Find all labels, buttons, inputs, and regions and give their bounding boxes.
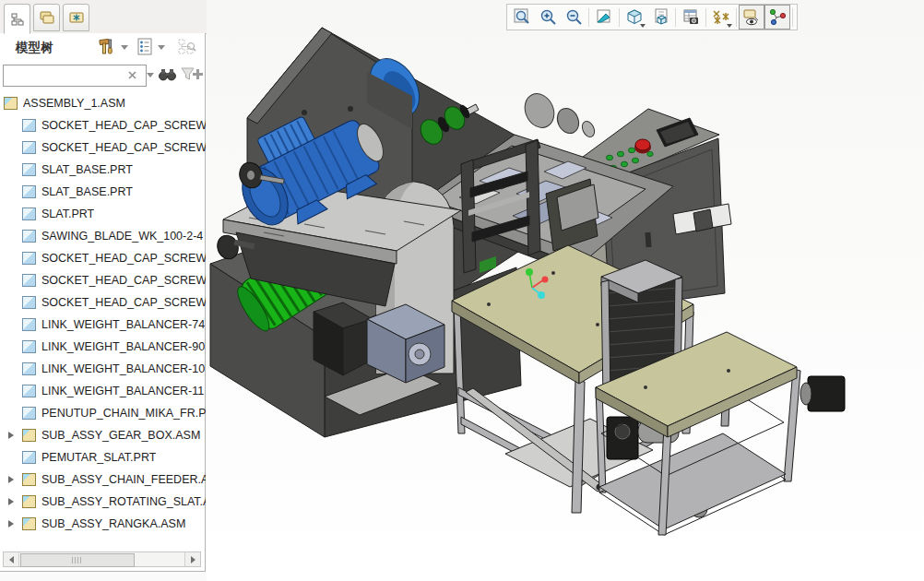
tree-item[interactable]: PEMUTAR_SLAT.PRT: [0, 446, 206, 468]
tree-item-label: LINK_WEIGHT_BALANCER-11: [41, 385, 204, 397]
tree-item[interactable]: SUB_ASSY_CHAIN_FEEDER.AS: [0, 468, 206, 491]
repaint-button[interactable]: [591, 5, 617, 30]
refit-icon: [514, 8, 531, 26]
tree-item[interactable]: LINK_WEIGHT_BALANCER-11: [0, 380, 206, 402]
assembly-icon: [22, 429, 36, 442]
page-cube-icon: [652, 8, 669, 26]
tree-item-label: PENUTUP_CHAIN_MIKA_FR.PR: [41, 407, 206, 420]
refit-button[interactable]: [509, 5, 535, 30]
tree-item-label: SOCKET_HEAD_CAP_SCREW_I: [41, 296, 206, 309]
expand-arrow[interactable]: [0, 476, 22, 483]
tree-columns-button[interactable]: [177, 37, 197, 57]
tree-item-label: SUB_ASSY_CHAIN_FEEDER.AS: [41, 473, 206, 486]
tree-item[interactable]: SOCKET_HEAD_CAP_SCREW_I: [0, 247, 206, 269]
tree-item[interactable]: LINK_WEIGHT_BALANCER-10: [0, 358, 206, 380]
assembly-icon: [22, 495, 36, 508]
part-icon: [22, 274, 36, 287]
tree-item-label: SOCKET_HEAD_CAP_SCREW_I: [41, 141, 206, 154]
assembly-icon: [4, 97, 18, 110]
tree-item-label: SOCKET_HEAD_CAP_SCREW_I: [41, 119, 206, 132]
tree-item[interactable]: SUB_ASSY_ROTATING_SLAT.A: [0, 491, 206, 513]
tree-item[interactable]: SLAT_BASE.PRT: [0, 181, 206, 203]
x-icon: [127, 70, 137, 80]
annotation-display-button[interactable]: [739, 5, 764, 30]
tree-item-label: SOCKET_HEAD_CAP_SCREW_I: [41, 252, 206, 265]
tree-item-label: SUB_ASSY_RANGKA.ASM: [41, 517, 185, 530]
expand-arrow[interactable]: [0, 432, 22, 439]
model-tree-panel: 模型树: [0, 33, 206, 572]
folder-browser-tab[interactable]: [33, 4, 60, 31]
tree-item[interactable]: ASSEMBLY_1.ASM: [0, 92, 206, 114]
tree-item[interactable]: SAWING_BLADE_WK_100-2-4: [0, 225, 206, 247]
tree-item-label: SLAT_BASE.PRT: [41, 163, 133, 176]
part-icon: [22, 252, 36, 265]
tree-item[interactable]: SLAT.PRT: [0, 203, 206, 225]
find-button[interactable]: [157, 64, 177, 84]
tree-item[interactable]: SOCKET_HEAD_CAP_SCREW_I: [0, 136, 206, 159]
part-icon: [22, 362, 36, 375]
datum-display-filters-button[interactable]: [708, 5, 734, 30]
part-icon: [22, 185, 36, 198]
part-icon: [22, 407, 36, 420]
zoom-out-icon: [565, 8, 583, 26]
tree-filters-button[interactable]: [135, 37, 155, 57]
part-icon: [22, 208, 36, 220]
folder-star-icon: [68, 10, 85, 25]
tree-item[interactable]: LINK_WEIGHT_BALANCER-90: [0, 336, 206, 358]
scroll-left-button[interactable]: [4, 552, 19, 566]
tree-item-label: LINK_WEIGHT_BALANCER-90: [41, 340, 205, 353]
zoom-out-button[interactable]: [561, 5, 586, 30]
part-icon: [22, 141, 36, 154]
model-tree-tab[interactable]: [4, 4, 30, 34]
tree-item[interactable]: SLAT_BASE.PRT: [0, 159, 206, 181]
scroll-thumb[interactable]: [20, 553, 135, 567]
tree-item-label: SOCKET_HEAD_CAP_SCREW_I: [41, 274, 206, 287]
saved-orientations-button[interactable]: [647, 5, 673, 30]
tree-item-label: PEMUTAR_SLAT.PRT: [41, 451, 156, 464]
machine-3d-view[interactable]: [207, 0, 924, 581]
tree-settings-button[interactable]: [96, 37, 116, 57]
view-manager-button[interactable]: [678, 5, 704, 30]
tree-item[interactable]: SUB_ASSY_GEAR_BOX.ASM: [0, 424, 206, 446]
folders-icon: [39, 10, 55, 25]
tree-item[interactable]: SOCKET_HEAD_CAP_SCREW_I: [0, 114, 206, 136]
hammer-screwdriver-icon: [97, 38, 115, 56]
scroll-right-button[interactable]: [184, 552, 200, 566]
spin-center-icon: [768, 8, 787, 26]
tree-item[interactable]: LINK_WEIGHT_BALANCER-74: [0, 314, 206, 336]
search-clear-button[interactable]: [125, 65, 138, 85]
zoom-in-button[interactable]: [535, 5, 561, 30]
favorites-tab[interactable]: [63, 4, 89, 31]
assembly-icon: [22, 517, 36, 530]
display-style-button[interactable]: [622, 5, 647, 30]
tree-item-label: LINK_WEIGHT_BALANCER-74: [41, 318, 205, 331]
search-dropdown[interactable]: [144, 65, 157, 85]
assembly-icon: [22, 473, 36, 486]
estop-button[interactable]: [635, 139, 650, 150]
panel-title: 模型树: [16, 40, 53, 56]
tree-item[interactable]: SOCKET_HEAD_CAP_SCREW_I: [0, 291, 206, 314]
tree-item[interactable]: PENUTUP_CHAIN_MIKA_FR.PR: [0, 402, 206, 424]
tree-settings-dropdown[interactable]: [118, 37, 131, 57]
graphics-area[interactable]: [207, 0, 924, 581]
tree-item-label: SLAT.PRT: [41, 208, 94, 220]
part-icon: [22, 119, 36, 132]
expand-arrow[interactable]: [0, 520, 22, 528]
part-icon: [22, 163, 36, 176]
zoom-in-icon: [539, 8, 557, 26]
graphics-toolbar: [506, 4, 798, 30]
expand-arrow[interactable]: [0, 498, 22, 505]
model-tree-icon: [10, 12, 25, 27]
model-tree: ASSEMBLY_1.ASM SOCKET_HEAD_CAP_SCREW_I S…: [0, 92, 206, 550]
part-icon: [22, 451, 36, 464]
add-button[interactable]: [190, 64, 205, 84]
tree-item-label: SUB_ASSY_ROTATING_SLAT.A: [41, 495, 206, 508]
tree-filters-dropdown[interactable]: [155, 37, 168, 57]
part-icon: [22, 318, 36, 331]
part-icon: [22, 230, 36, 243]
spin-center-button[interactable]: [764, 5, 790, 30]
part-icon: [22, 340, 36, 353]
tree-item[interactable]: SUB_ASSY_RANGKA.ASM: [0, 513, 206, 535]
tree-item[interactable]: SOCKET_HEAD_CAP_SCREW_I: [0, 269, 206, 291]
tree-hscrollbar[interactable]: [3, 551, 201, 567]
